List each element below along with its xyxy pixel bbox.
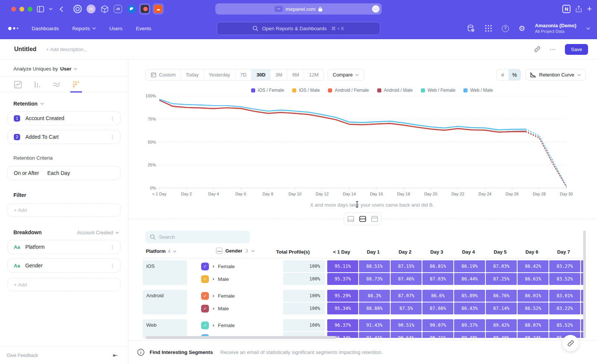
day-column-header[interactable]: Day 5 [494,249,507,255]
retention-value-cell[interactable]: 89.48% [454,332,485,338]
retention-value-cell[interactable]: 89.48% [486,332,517,338]
tab-globe-icon[interactable] [126,3,137,15]
compare-button[interactable]: Compare [328,69,364,81]
minimize-window-button[interactable] [19,7,24,12]
retention-value-cell[interactable]: 89.37% [454,319,485,331]
day-column-header[interactable]: Day 2 [398,249,412,255]
breakdown-card[interactable]: Aa Gender ⋮ [7,258,121,273]
retention-value-cell[interactable]: 86.61% [518,273,548,285]
kebab-menu-icon[interactable]: ⋮ [110,263,115,269]
add-breakdown-button[interactable]: + Add [7,278,121,291]
row-checkbox[interactable]: ✓ [201,321,209,329]
range-custom[interactable]: Custom [146,69,181,80]
retention-value-cell[interactable]: 95.37% [327,273,358,285]
split-view-button[interactable] [357,214,368,224]
tab-flows[interactable] [51,81,62,92]
expand-row-icon[interactable]: › [213,276,214,282]
row-checkbox[interactable]: ✓ [201,275,209,283]
tab-insights[interactable] [13,81,23,92]
retention-value-cell[interactable]: 87.08% [422,302,453,314]
retention-value-cell[interactable]: 91.41% [359,332,390,338]
retention-value-cell[interactable]: 86.6% [422,290,453,302]
legend-item[interactable]: Web / Male [463,88,493,93]
day-column-header[interactable]: Day 4 [462,249,475,255]
apps-grid-icon[interactable] [485,25,492,32]
tab-funnels[interactable] [32,81,43,92]
range-7d[interactable]: 7D [235,69,251,80]
add-description-button[interactable]: + Add description... [46,47,88,52]
retention-value-cell[interactable]: 88.88% [359,302,390,314]
close-window-button[interactable] [11,7,16,12]
horizontal-scrollbar[interactable] [146,336,336,339]
share-icon[interactable] [576,6,582,13]
add-filter-button[interactable]: + Add [7,203,121,217]
window-controls[interactable] [11,7,32,12]
retention-value-cell[interactable]: 86.81% [422,260,453,272]
retention-value-cell[interactable]: 89.42% [486,319,517,331]
retention-value-cell[interactable]: 87.14% [486,302,517,314]
floating-share-link-button[interactable] [562,335,579,351]
day-column-header[interactable]: Day 7 [557,249,570,255]
tab-cube-icon[interactable] [99,3,110,15]
range-6m[interactable]: 6M [287,69,304,80]
chart-only-view-button[interactable] [345,214,356,224]
vertical-scrollbar[interactable] [583,230,586,338]
row-checkbox[interactable]: ✓ [201,292,209,300]
row-checkbox[interactable]: ✓ [201,263,209,270]
total-profiles-header[interactable]: Total Profile(s) [276,249,310,255]
retention-value-cell[interactable]: 87.46% [391,273,422,285]
retention-value-cell[interactable]: 86.42% [518,260,548,272]
retention-value-cell[interactable]: 95.11% [327,260,358,272]
table-search-input[interactable]: Search [146,231,250,243]
data-management-icon[interactable] [467,24,475,32]
mixpanel-logo-icon[interactable] [8,27,18,30]
platform-cell[interactable]: iOS [143,260,187,285]
give-feedback-link[interactable]: Give Feedback [7,353,38,358]
retention-value-cell[interactable]: 85.52% [549,319,580,331]
back-icon[interactable] [56,4,66,14]
retention-value-cell[interactable]: 88.24% [518,332,548,338]
row-checkbox[interactable]: ✓ [201,305,209,313]
nav-link-dashboards[interactable]: Dashboards [32,26,59,31]
legend-item[interactable]: Web / Female [421,88,455,93]
tab-avatar-m-icon[interactable]: m [85,3,97,15]
gender-column-header[interactable]: — Gender 3 [216,248,255,254]
kebab-menu-icon[interactable]: ⋮ [110,244,115,250]
global-search-input[interactable]: Open Reports & Dashboards ⌘ + K [217,22,380,35]
retention-value-cell[interactable]: 85.89% [454,290,485,302]
tab-patreon-icon[interactable] [139,3,150,15]
day-column-header[interactable]: Day 1 [367,249,380,255]
new-tab-icon[interactable]: + [587,4,592,14]
chart-type-selector[interactable]: Retention Curve [525,69,586,81]
expand-row-icon[interactable]: › [213,264,214,269]
notion-extension-icon[interactable]: N [562,5,571,13]
legend-item[interactable]: iOS / Female [251,88,284,93]
save-button[interactable]: Save [565,44,588,55]
retention-value-cell[interactable]: 86.44% [454,273,485,285]
day-column-header[interactable]: < 1 Day [333,249,350,255]
retention-value-cell[interactable]: 96.37% [327,319,358,331]
page-actions-icon[interactable]: ⋯ [372,5,379,13]
range-yesterday[interactable]: Yesterday [204,69,235,80]
criteria-interval[interactable]: Each Day [47,170,70,176]
nav-link-users[interactable]: Users [109,26,122,31]
retention-value-cell[interactable]: 86.01% [518,290,548,302]
sidebar-toggle-icon[interactable] [35,4,45,14]
nav-link-events[interactable]: Events [136,26,151,31]
tab-js-icon[interactable]: JS [112,3,124,15]
kebab-menu-icon[interactable]: ⋮ [110,116,115,121]
expand-row-icon[interactable]: › [213,323,214,328]
retention-value-cell[interactable]: 87.25% [486,273,517,285]
retention-value-cell[interactable]: 87.03% [422,273,453,285]
retention-value-cell[interactable]: 91.43% [359,319,390,331]
range-30d[interactable]: 30D [251,69,270,80]
retention-value-cell[interactable]: 86.76% [486,290,517,302]
report-title[interactable]: Untitled [14,46,37,53]
range-3m[interactable]: 3M [270,69,287,80]
retention-step-card[interactable]: 2 Added To Cart ⋮ [7,130,121,144]
retention-value-cell[interactable]: 88.07% [518,319,548,331]
retention-value-cell[interactable]: 90.54% [391,332,422,338]
criteria-mode[interactable]: On or After [14,170,39,176]
retention-value-cell[interactable]: 87.5% [391,302,422,314]
retention-value-cell[interactable]: 88.51% [359,260,390,272]
